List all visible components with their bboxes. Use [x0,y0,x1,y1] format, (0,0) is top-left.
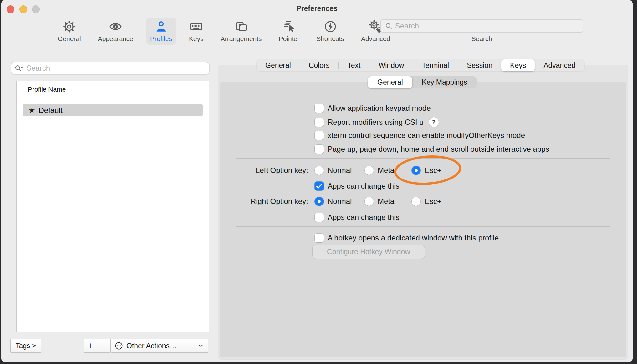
checkbox[interactable] [315,145,324,154]
other-actions-label: Other Actions… [126,342,194,350]
left-apps-change-row: Apps can change this [220,181,626,191]
radio-button[interactable] [365,197,374,206]
configure-hotkey-window-button[interactable]: Configure Hotkey Window [313,245,425,259]
csi-u-row: Report modifiers using CSI u ? [220,116,626,127]
tab-general[interactable]: General [257,59,300,71]
toolbar-item-appearance[interactable]: Appearance [94,18,137,45]
toolbar-item-general[interactable]: General [54,18,85,45]
scroll-outside-apps-row: Page up, page down, home and end scroll … [220,144,626,154]
tab-text[interactable]: Text [339,59,369,71]
checkbox-label: Allow application keypad mode [328,104,431,113]
checkbox[interactable] [315,104,324,113]
checkbox[interactable] [315,118,324,127]
toolbar-item-arrangements[interactable]: Arrangements [217,18,266,45]
radio-button[interactable] [412,166,420,175]
keypad-mode-checkbox[interactable]: Allow application keypad mode [315,104,431,113]
gear-icon [63,20,76,33]
right-option-esc-radio[interactable]: Esc+ [412,197,441,206]
ellipsis-circle-icon [115,341,123,350]
window-title: Preferences [1,4,633,13]
profile-name: Default [39,106,63,115]
left-option-esc-radio[interactable]: Esc+ [412,166,441,175]
radio-button[interactable] [315,197,324,206]
toolbar-item-shortcuts[interactable]: Shortcuts [313,18,348,45]
radio-button[interactable] [365,166,374,175]
person-icon [155,20,168,33]
toolbar-search-input[interactable] [395,22,579,30]
search-filter-icon [14,64,24,72]
tab-colors[interactable]: Colors [300,59,338,71]
toolbar-label: Keys [189,35,204,42]
checkbox[interactable] [315,182,324,190]
tab-terminal[interactable]: Terminal [413,59,458,71]
profile-list-actions: Tags > + − Other Actions… [1,339,220,353]
keys-general-pane: Allow application keypad mode Report mod… [220,82,626,357]
default-star-icon: ★ [28,107,35,114]
remove-profile-button[interactable]: − [97,339,110,352]
radio-label: Normal [328,197,352,206]
left-option-meta-radio[interactable]: Meta [365,166,394,175]
profile-row-default[interactable]: ★ Default [23,104,203,116]
profile-search-input[interactable] [26,64,206,73]
titlebar: Preferences [1,0,633,16]
radio-label: Esc+ [425,166,441,175]
add-profile-button[interactable]: + [84,339,97,352]
profile-list-header: Profile Name [17,81,209,98]
chevron-down-icon [197,342,204,349]
right-option-meta-radio[interactable]: Meta [365,197,394,206]
toolbar-item-pointer[interactable]: Pointer [275,18,303,45]
eye-icon [109,20,122,33]
radio-button[interactable] [315,166,324,175]
toolbar-label: Profiles [150,35,172,42]
toolbar-search-label: Search [380,35,583,43]
radio-button[interactable] [412,197,420,206]
right-apps-change-row: Apps can change this [220,212,626,223]
hotkey-window-row: A hotkey opens a dedicated window with t… [220,233,626,243]
right-apps-change-checkbox[interactable]: Apps can change this [315,213,400,222]
toolbar-search-field[interactable] [380,19,583,33]
checkbox-label: A hotkey opens a dedicated window with t… [328,234,501,242]
left-option-key-row: Left Option key: Normal Meta Esc+ [220,165,626,176]
section-divider [236,226,610,227]
hotkey-window-checkbox[interactable]: A hotkey opens a dedicated window with t… [315,234,501,242]
right-option-key-row: Right Option key: Normal Meta Esc+ [220,196,626,207]
left-option-normal-radio[interactable]: Normal [315,166,352,175]
profile-search-field[interactable] [11,62,210,75]
subtab-key-mappings[interactable]: Key Mappings [412,76,477,88]
scroll-outside-apps-checkbox[interactable]: Page up, page down, home and end scroll … [315,145,549,154]
keyboard-icon [190,20,203,33]
checkbox[interactable] [315,131,324,140]
tab-window[interactable]: Window [369,59,413,71]
tab-keys[interactable]: Keys [501,59,535,71]
radio-label: Esc+ [425,197,441,206]
keys-subtabs: General Key Mappings [368,76,477,88]
checkbox-label: xterm control sequence can enable modify… [328,131,525,140]
toolbar-search-item: Search [380,19,583,43]
tab-session[interactable]: Session [458,59,501,71]
checkbox[interactable] [315,213,324,222]
help-button[interactable]: ? [429,117,439,127]
modify-other-keys-row: xterm control sequence can enable modify… [220,130,626,141]
keypad-mode-row: Allow application keypad mode [220,103,626,114]
bolt-circle-icon [324,20,337,33]
checkbox[interactable] [315,234,324,242]
toolbar-label: Arrangements [221,35,262,42]
subtab-general[interactable]: General [368,76,412,88]
section-divider [236,158,610,159]
left-option-key-label: Left Option key: [220,166,308,175]
right-option-normal-radio[interactable]: Normal [315,197,352,206]
left-apps-change-checkbox[interactable]: Apps can change this [315,182,400,190]
csi-u-checkbox[interactable]: Report modifiers using CSI u ? [315,117,439,127]
tab-advanced[interactable]: Advanced [535,59,584,71]
modify-other-keys-checkbox[interactable]: xterm control sequence can enable modify… [315,131,525,140]
toolbar-item-profiles[interactable]: Profiles [146,18,176,45]
other-actions-dropdown[interactable]: Other Actions… [110,339,208,353]
checkmark-icon [315,182,324,190]
radio-label: Meta [378,166,394,175]
toolbar-label: Shortcuts [316,35,344,42]
windows-icon [235,20,248,33]
add-remove-group: + − [84,339,110,353]
tags-button[interactable]: Tags > [10,339,41,353]
checkbox-label: Apps can change this [328,213,400,222]
toolbar-item-keys[interactable]: Keys [185,18,207,45]
